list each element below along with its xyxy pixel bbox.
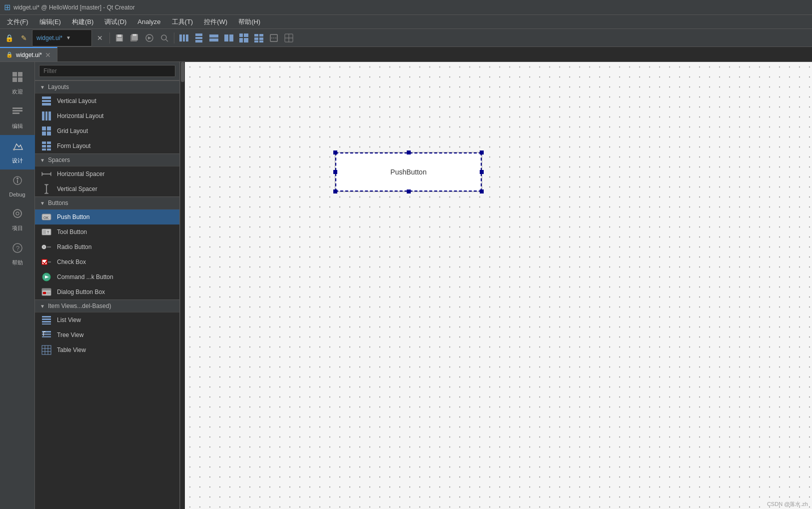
widget-item-tree-view[interactable]: Tree View — [35, 328, 179, 342]
handle-br[interactable] — [480, 190, 484, 194]
menu-item-e[interactable]: 编辑(E) — [34, 16, 66, 28]
sidebar-mode-帮助[interactable]: ?帮助 — [0, 237, 35, 272]
widget-item-form-layout[interactable]: Form Layout — [35, 138, 179, 154]
pb-widget-icon: OK — [41, 212, 52, 222]
widget-item-check-box[interactable]: Check Box — [35, 254, 179, 270]
lock-btn[interactable]: 🔒 — [2, 31, 16, 45]
svg-rect-28 — [259, 40, 263, 42]
设计-mode-icon — [11, 140, 23, 155]
sidebar-mode-项目[interactable]: 项目 — [0, 202, 35, 237]
menu-item-analyze[interactable]: Analyze — [132, 16, 165, 28]
svg-text:T: T — [47, 230, 49, 234]
svg-rect-9 — [179, 34, 182, 42]
svg-rect-92 — [47, 292, 50, 294]
widget-item-horizontal-layout[interactable]: Horizontal Layout — [35, 108, 179, 124]
widget-item-dialog-button-box[interactable]: Dialog Button Box — [35, 284, 179, 300]
widget-item-grid-layout[interactable]: Grid Layout — [35, 124, 179, 138]
canvas-area[interactable]: PushButton — [185, 62, 812, 509]
menu-item-d[interactable]: 调试(D) — [99, 16, 131, 28]
widget-item-radio-button[interactable]: Radio Button — [35, 240, 179, 254]
svg-rect-12 — [195, 34, 202, 36]
handle-bc[interactable] — [407, 190, 411, 194]
svg-rect-27 — [254, 40, 258, 42]
tabbar: 🔒 widget.ui* ✕ — [0, 47, 812, 62]
h-split-btn[interactable] — [207, 31, 221, 45]
svg-rect-63 — [42, 148, 46, 150]
cb-widget-icon — [41, 256, 52, 268]
toolbar: 🔒 ✎ widget.ui* ▼ ✕ — [0, 29, 812, 47]
filter-input[interactable] — [39, 65, 175, 77]
pushbutton-widget[interactable]: PushButton — [335, 152, 482, 192]
preview-btn[interactable] — [142, 31, 156, 45]
sidebar-mode-Debug[interactable]: Debug — [0, 170, 35, 202]
grid-layout-btn[interactable] — [237, 31, 251, 45]
section-header-item-views...del-based)[interactable]: ▼Item Views...del-Based) — [35, 300, 179, 312]
close-file-btn[interactable]: ✕ — [93, 31, 107, 45]
svg-rect-62 — [47, 145, 51, 148]
svg-rect-96 — [42, 324, 51, 324]
menu-item-w[interactable]: 控件(W) — [199, 16, 232, 28]
tab-close-btn[interactable]: ✕ — [45, 51, 51, 59]
section-header-buttons[interactable]: ▼Buttons — [35, 196, 179, 210]
svg-rect-78 — [43, 230, 46, 234]
v-layout-btn[interactable] — [192, 31, 206, 45]
menu-item-t[interactable]: 工具(T) — [167, 16, 198, 28]
break-layout-btn[interactable] — [267, 31, 281, 45]
cmd-widget-icon — [41, 272, 52, 282]
tab-widget-ui[interactable]: 🔒 widget.ui* ✕ — [0, 47, 57, 62]
svg-point-81 — [43, 246, 45, 248]
menu-item-b[interactable]: 构建(B) — [67, 16, 98, 28]
widget-item-table-view[interactable]: Table View — [35, 342, 179, 358]
widget-item-command----k-button[interactable]: Command ...k Button — [35, 270, 179, 284]
widget-label-command----k-button: Command ...k Button — [57, 274, 113, 280]
section-header-layouts[interactable]: ▼Layouts — [35, 80, 179, 94]
widget-item-vertical-layout[interactable]: Vertical Layout — [35, 94, 179, 108]
panel-scrollbar[interactable] — [180, 62, 185, 509]
widget-item-tool-button[interactable]: TTool Button — [35, 224, 179, 240]
svg-point-46 — [16, 212, 19, 215]
hs-widget-icon — [41, 168, 52, 180]
edit-btn[interactable]: ✎ — [17, 31, 31, 45]
save-all-btn[interactable] — [127, 31, 141, 45]
section-header-spacers[interactable]: ▼Spacers — [35, 154, 179, 166]
svg-rect-11 — [186, 34, 188, 42]
handle-bl[interactable] — [333, 190, 337, 194]
Debug-mode-icon — [11, 174, 23, 190]
zoom-btn[interactable] — [157, 31, 171, 45]
svg-rect-22 — [244, 38, 248, 42]
widget-item-push-button[interactable]: OKPush Button — [35, 210, 179, 224]
widget-label-horizontal-layout: Horizontal Layout — [57, 112, 103, 120]
handle-ml[interactable] — [333, 170, 337, 174]
adjust-size-btn[interactable] — [282, 31, 296, 45]
svg-rect-50 — [42, 100, 51, 102]
widget-list: ▼LayoutsVertical LayoutHorizontal Layout… — [35, 80, 179, 509]
sidebar-mode-欢迎[interactable]: 欢迎 — [0, 66, 35, 100]
svg-rect-49 — [42, 96, 51, 99]
h-layout-btn[interactable] — [177, 31, 191, 45]
save-btn[interactable] — [112, 31, 126, 45]
handle-tr[interactable] — [480, 150, 484, 154]
tab-label: widget.ui* — [16, 52, 42, 58]
v-split-btn[interactable] — [222, 31, 236, 45]
widget-item-horizontal-spacer[interactable]: Horizontal Spacer — [35, 166, 179, 182]
svg-rect-64 — [47, 148, 51, 150]
sidebar-mode-编辑[interactable]: 编辑 — [0, 100, 35, 135]
section-label: Spacers — [48, 156, 70, 164]
handle-mr[interactable] — [480, 170, 484, 174]
handle-tl[interactable] — [333, 150, 337, 154]
titlebar: ⊞ widget.ui* @ HelloWorld [master] - Qt … — [0, 0, 812, 15]
file-dropdown-btn[interactable]: ▼ — [64, 31, 72, 45]
section-arrow: ▼ — [40, 158, 45, 163]
widget-panel: ▼LayoutsVertical LayoutHorizontal Layout… — [35, 62, 180, 509]
svg-rect-37 — [18, 78, 22, 82]
menu-item-f[interactable]: 文件(F) — [2, 16, 33, 28]
sidebar-mode-设计[interactable]: 设计 — [0, 135, 35, 170]
form-layout-btn[interactable] — [252, 31, 266, 45]
svg-rect-55 — [42, 126, 46, 130]
widget-item-vertical-spacer[interactable]: Vertical Spacer — [35, 182, 179, 196]
handle-tc[interactable] — [407, 150, 411, 154]
svg-rect-101 — [42, 336, 51, 338]
menu-item-h[interactable]: 帮助(H) — [233, 16, 265, 28]
svg-rect-36 — [12, 78, 17, 82]
widget-item-list-view[interactable]: List View — [35, 312, 179, 328]
